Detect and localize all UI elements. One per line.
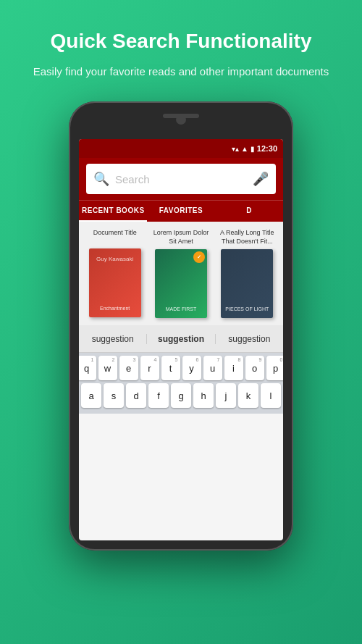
keyboard-row-1: 1q 2w 3e 4r 5t 6y 7u 8i 9o 0p [80,356,282,380]
key-d[interactable]: d [126,383,146,408]
mic-icon[interactable]: 🎤 [253,171,269,187]
phone-speaker [163,114,199,118]
page-subtitle: Easily find your favorite reads and othe… [33,64,329,80]
tab-extra[interactable]: D [215,201,283,222]
keyboard: 1q 2w 3e 4r 5t 6y 7u 8i 9o 0p a s [79,353,283,414]
book-title-3: A Really Long Title That Doesn't Fit... [217,229,277,246]
book-inner-text-2: MADE FIRST [158,306,204,312]
phone-screen: ▾▴ ▲ ▮ 12:30 🔍 Search 🎤 RECENT BOOKS FAV… [79,139,283,540]
tab-recent-books[interactable]: RECENT BOOKS [79,201,147,222]
keyboard-row-2: a s d f g h j k l [80,383,282,408]
search-input-placeholder[interactable]: Search [115,173,247,185]
key-j[interactable]: j [216,383,236,408]
key-s[interactable]: s [104,383,124,408]
signal-icon: ▲ [241,145,248,153]
key-p[interactable]: 0p [266,356,284,380]
status-bar: ▾▴ ▲ ▮ 12:30 [79,139,283,158]
key-h[interactable]: h [193,383,214,408]
phone-mockup: ▾▴ ▲ ▮ 12:30 🔍 Search 🎤 RECENT BOOKS FAV… [69,101,293,551]
book-badge-2: ✓ [193,251,205,263]
books-grid: Document Title Guy Kawasaki Enchantment … [79,222,283,325]
page-title: Quick Search Functionality [33,29,329,54]
key-u[interactable]: 7u [203,356,222,380]
key-l[interactable]: l [261,383,281,408]
book-title-2: Lorem Ipsum Dolor Sit Amet [151,229,211,246]
status-icons: ▾▴ ▲ ▮ 12:30 [232,144,277,153]
suggestions-row: suggestion suggestion suggestion [79,325,283,353]
key-t[interactable]: 5t [161,356,180,380]
suggestion-1[interactable]: suggestion [79,334,147,344]
battery-icon: ▮ [251,145,255,153]
book-item-2[interactable]: Lorem Ipsum Dolor Sit Amet ✓ MADE FIRST [151,229,211,318]
book-cover-3: PIECES OF LIGHT [221,249,273,318]
header-section: Quick Search Functionality Easily find y… [12,0,351,94]
book-title-1: Document Title [93,229,137,245]
wifi-icon: ▾▴ [232,145,239,153]
keyboard-area: suggestion suggestion suggestion 1q 2w 3… [79,325,283,414]
tab-favorites[interactable]: FAVORITES [147,201,215,222]
key-f[interactable]: f [148,383,169,408]
key-k[interactable]: k [238,383,258,408]
key-e[interactable]: 3e [119,356,138,380]
key-g[interactable]: g [171,383,191,408]
app-bar: 🔍 Search 🎤 [79,158,283,200]
key-r[interactable]: 4r [140,356,159,380]
book-item-1[interactable]: Document Title Guy Kawasaki Enchantment [85,229,145,318]
key-a[interactable]: a [81,383,101,408]
key-q[interactable]: 1q [79,356,96,380]
book-inner-text-3: PIECES OF LIGHT [224,306,270,312]
search-box[interactable]: 🔍 Search 🎤 [86,164,276,194]
suggestion-2[interactable]: suggestion [147,334,215,344]
key-o[interactable]: 9o [245,356,264,380]
book-author-1: Guy Kawasaki [92,256,138,262]
book-cover-1: Guy Kawasaki Enchantment [89,248,141,317]
search-icon: 🔍 [93,171,109,187]
status-time: 12:30 [257,144,277,153]
tabs-row: RECENT BOOKS FAVORITES D [79,200,283,222]
book-item-3[interactable]: A Really Long Title That Doesn't Fit... … [217,229,277,318]
key-y[interactable]: 6y [182,356,201,380]
suggestion-3[interactable]: suggestion [216,334,283,344]
phone-frame: ▾▴ ▲ ▮ 12:30 🔍 Search 🎤 RECENT BOOKS FAV… [69,101,293,551]
book-cover-2: ✓ MADE FIRST [155,249,207,318]
key-w[interactable]: 2w [98,356,117,380]
key-i[interactable]: 8i [224,356,243,380]
book-inner-text-1: Enchantment [92,306,138,311]
